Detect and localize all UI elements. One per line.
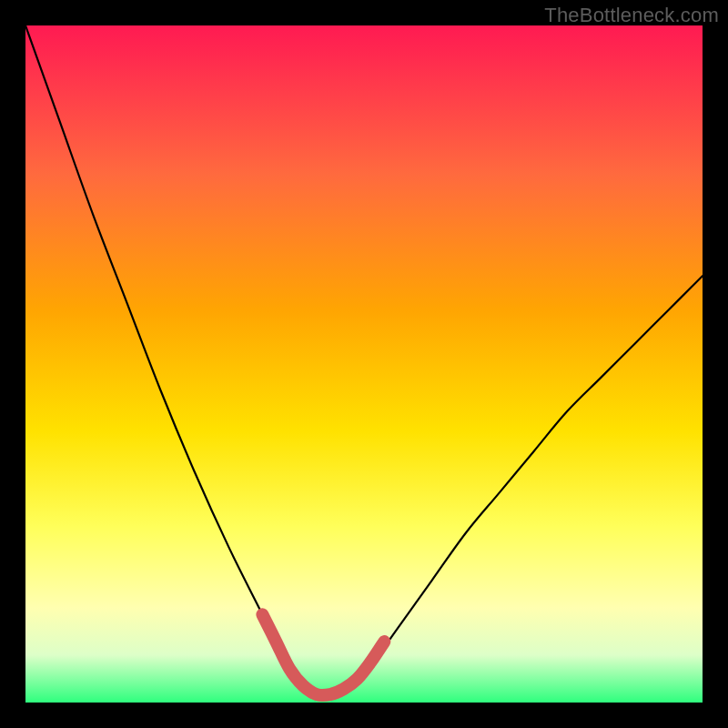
- watermark-text: TheBottleneck.com: [544, 4, 719, 27]
- optimal-range-highlight: [262, 614, 384, 695]
- bottleneck-curve: [25, 25, 703, 697]
- chart-frame: TheBottleneck.com: [0, 0, 728, 728]
- plot-area: [25, 25, 703, 703]
- chart-svg: [25, 25, 703, 703]
